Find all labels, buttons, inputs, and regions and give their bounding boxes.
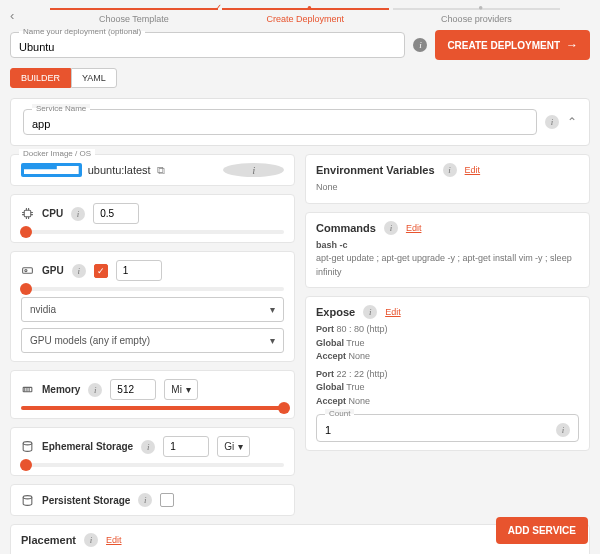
add-service-button[interactable]: ADD SERVICE	[496, 517, 588, 544]
create-deployment-button[interactable]: CREATE DEPLOYMENT→	[435, 30, 590, 60]
gpu-checkbox[interactable]: ✓	[94, 264, 108, 278]
tab-yaml[interactable]: YAML	[71, 68, 117, 88]
memory-section: Memory i Mi▾	[10, 370, 295, 419]
expose-edit-link[interactable]: Edit	[385, 307, 401, 317]
external-link-icon[interactable]: ⧉	[157, 164, 218, 177]
gpu-slider[interactable]	[21, 287, 284, 291]
docker-icon	[21, 163, 82, 177]
service-name-input[interactable]	[32, 118, 528, 130]
storage-icon	[21, 494, 34, 507]
chevron-down-icon: ▾	[270, 304, 275, 315]
gpu-icon	[21, 264, 34, 277]
info-icon[interactable]: i	[88, 383, 102, 397]
tab-builder[interactable]: BUILDER	[10, 68, 71, 88]
svg-rect-0	[24, 210, 31, 217]
memory-unit-select[interactable]: Mi▾	[164, 379, 198, 400]
ephemeral-slider[interactable]	[21, 463, 284, 467]
collapse-chevron-icon[interactable]: ⌃	[567, 115, 577, 129]
env-edit-link[interactable]: Edit	[465, 165, 481, 175]
info-icon[interactable]: i	[413, 38, 427, 52]
cpu-section: CPU i	[10, 194, 295, 243]
back-chevron-icon[interactable]: ‹	[10, 8, 14, 23]
ephemeral-input[interactable]	[163, 436, 209, 457]
docker-image-section: Docker Image / OS ubuntu:latest ⧉ i	[10, 154, 295, 186]
deployment-name-field[interactable]: Name your deployment (optional)	[10, 32, 405, 58]
gpu-models-select[interactable]: GPU models (any if empty)▾	[21, 328, 284, 353]
svg-point-5	[23, 495, 32, 498]
step-create-deployment: Create Deployment	[222, 8, 389, 24]
memory-input[interactable]	[110, 379, 156, 400]
svg-point-4	[23, 442, 32, 445]
commands-section: Commands i Edit bash -c apt-get update ;…	[305, 212, 590, 289]
gpu-vendor-select[interactable]: nvidia▾	[21, 297, 284, 322]
chevron-down-icon: ▾	[186, 384, 191, 395]
expose-section: Expose i Edit Port 80 : 80 (http) Global…	[305, 296, 590, 451]
arrow-right-icon: →	[566, 38, 578, 52]
svg-point-2	[25, 269, 27, 271]
env-vars-section: Environment Variables i Edit None	[305, 154, 590, 204]
step-choose-template[interactable]: Choose Template	[50, 8, 217, 24]
info-icon[interactable]: i	[556, 423, 570, 437]
info-icon[interactable]: i	[84, 533, 98, 547]
info-icon[interactable]: i	[72, 264, 86, 278]
info-icon[interactable]: i	[141, 440, 155, 454]
storage-icon	[21, 440, 34, 453]
info-icon[interactable]: i	[384, 221, 398, 235]
commands-edit-link[interactable]: Edit	[406, 223, 422, 233]
chevron-down-icon: ▾	[238, 441, 243, 452]
persistent-checkbox[interactable]: ✓	[160, 493, 174, 507]
service-name-field[interactable]: Service Name	[23, 109, 537, 135]
ephemeral-storage-section: Ephemeral Storage i Gi▾	[10, 427, 295, 476]
ephemeral-unit-select[interactable]: Gi▾	[217, 436, 250, 457]
info-icon[interactable]: i	[545, 115, 559, 129]
gpu-input[interactable]	[116, 260, 162, 281]
cpu-input[interactable]	[93, 203, 139, 224]
cpu-slider[interactable]	[21, 230, 284, 234]
info-icon[interactable]: i	[223, 163, 284, 177]
step-choose-providers: Choose providers	[393, 8, 560, 24]
memory-slider[interactable]	[21, 406, 284, 410]
gpu-section: GPU i ✓ nvidia▾ GPU models (any if empty…	[10, 251, 295, 362]
count-input[interactable]	[325, 424, 556, 436]
count-field[interactable]: Count i	[316, 414, 579, 442]
docker-image-value: ubuntu:latest	[88, 164, 151, 176]
memory-icon	[21, 383, 34, 396]
deployment-name-input[interactable]	[19, 41, 396, 53]
info-icon[interactable]: i	[443, 163, 457, 177]
info-icon[interactable]: i	[138, 493, 152, 507]
cpu-icon	[21, 207, 34, 220]
chevron-down-icon: ▾	[270, 335, 275, 346]
persistent-storage-section: Persistent Storage i ✓	[10, 484, 295, 516]
info-icon[interactable]: i	[363, 305, 377, 319]
info-icon[interactable]: i	[71, 207, 85, 221]
placement-edit-link[interactable]: Edit	[106, 535, 122, 545]
